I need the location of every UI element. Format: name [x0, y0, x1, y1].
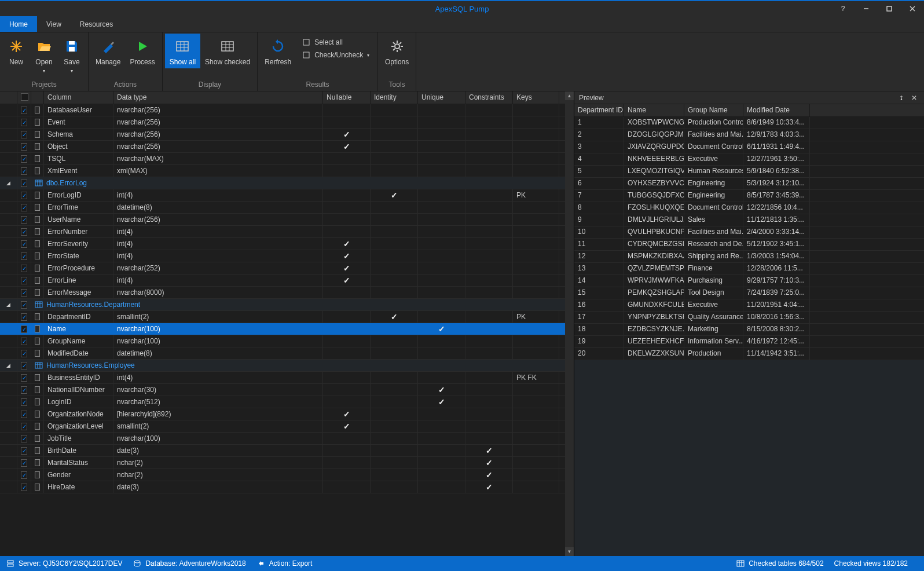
column-row[interactable]: ErrorLineint(4)✓	[0, 274, 574, 287]
checkbox-icon[interactable]	[21, 484, 27, 491]
expand-toggle[interactable]: ◢	[0, 177, 17, 189]
column-row[interactable]: MaritalStatusnchar(2)✓	[0, 457, 574, 469]
scroll-up-icon[interactable]: ▲	[565, 91, 574, 100]
checkbox-icon[interactable]	[21, 338, 27, 345]
column-row[interactable]: UserNamenvarchar(256)	[0, 214, 574, 226]
preview-row[interactable]: 11CYDRQMCBZGSL...Research and De...5/12/…	[574, 239, 924, 251]
showchecked-button[interactable]: Show checked	[200, 34, 255, 68]
header-constraints[interactable]: Constraints	[465, 91, 513, 104]
column-row[interactable]: ErrorLogIDint(4)✓PK	[0, 189, 574, 202]
pin-icon[interactable]	[899, 95, 909, 101]
expand-toggle[interactable]: ◢	[0, 299, 17, 310]
preview-row[interactable]: 3JXIAVZQRGUPDO...Document Control6/11/19…	[574, 141, 924, 153]
preview-row[interactable]: 8FZOSLHKUQXQE...Document Control12/22/18…	[574, 202, 924, 214]
checkbox-icon[interactable]	[21, 435, 27, 442]
checkbox-icon[interactable]	[21, 459, 27, 467]
column-row[interactable]: BirthDatedate(3)✓	[0, 445, 574, 457]
checkbox-icon[interactable]	[21, 180, 27, 187]
checkbox-icon[interactable]	[21, 423, 27, 430]
column-row[interactable]: OrganizationNode[hierarchyid](892)✓	[0, 408, 574, 420]
table-group-row[interactable]: ◢dbo.ErrorLog	[0, 177, 574, 189]
header-column[interactable]: Column	[44, 91, 113, 104]
row-checkbox[interactable]	[17, 129, 31, 140]
showall-button[interactable]: Show all	[165, 34, 200, 68]
preview-row[interactable]: 7TUBGGSQJDFXC...Engineering8/5/1787 3:45…	[574, 190, 924, 202]
row-checkbox[interactable]	[17, 153, 31, 164]
row-checkbox[interactable]	[17, 408, 31, 420]
column-row[interactable]: TSQLnvarchar(MAX)	[0, 153, 574, 165]
checkbox-icon[interactable]	[21, 277, 27, 284]
preview-row[interactable]: 19UEZEEHEEXHCFX...Information Serv...4/1…	[574, 336, 924, 348]
checkbox-icon[interactable]	[21, 325, 27, 333]
checkbox-icon[interactable]	[21, 119, 27, 126]
column-row[interactable]: Schemanvarchar(256)✓	[0, 129, 574, 141]
column-row[interactable]: ErrorTimedatetime(8)	[0, 202, 574, 214]
header-unique[interactable]: Unique	[418, 91, 465, 104]
row-checkbox[interactable]	[17, 116, 31, 128]
column-row[interactable]: BusinessEntityIDint(4)PK FK	[0, 372, 574, 384]
header-keys[interactable]: Keys	[513, 91, 559, 104]
row-checkbox[interactable]	[17, 287, 31, 298]
row-checkbox[interactable]	[17, 262, 31, 274]
checkbox-icon[interactable]	[21, 362, 27, 369]
row-checkbox[interactable]	[17, 481, 31, 493]
row-checkbox[interactable]	[17, 433, 31, 444]
preview-close-icon[interactable]: ✕	[909, 94, 919, 102]
preview-row[interactable]: 13QZVLZPMEMTSP...Finance12/28/2006 11:5.…	[574, 263, 924, 275]
checkuncheck-button[interactable]: Check/Uncheck ▾	[298, 49, 373, 61]
column-row[interactable]: ModifiedDatedatetime(8)	[0, 347, 574, 360]
row-checkbox[interactable]	[17, 250, 31, 262]
row-checkbox[interactable]	[17, 469, 31, 481]
column-row[interactable]: Eventnvarchar(256)	[0, 116, 574, 129]
row-checkbox[interactable]	[17, 238, 31, 250]
header-check[interactable]	[17, 91, 31, 104]
column-row[interactable]: Objectnvarchar(256)✓	[0, 141, 574, 153]
header-identity[interactable]: Identity	[371, 91, 418, 104]
preview-row[interactable]: 2DZOGLGIQGPJMS...Facilities and Mai...12…	[574, 129, 924, 141]
header-expand[interactable]	[0, 91, 17, 104]
preview-row[interactable]: 12MSPMKZKDIBXAJ...Shipping and Re...1/3/…	[574, 251, 924, 263]
open-button[interactable]: Open▾	[30, 34, 58, 76]
expand-toggle[interactable]: ◢	[0, 360, 17, 371]
scroll-down-icon[interactable]: ▼	[565, 547, 574, 556]
close-button[interactable]	[901, 1, 924, 16]
row-checkbox[interactable]	[17, 189, 31, 201]
header-nullable[interactable]: Nullable	[323, 91, 371, 104]
checkbox-icon[interactable]	[21, 471, 27, 479]
row-checkbox[interactable]	[17, 384, 31, 396]
checkbox-icon[interactable]	[21, 107, 27, 114]
column-row[interactable]: HireDatedate(3)✓	[0, 481, 574, 493]
column-row[interactable]: ErrorNumberint(4)	[0, 226, 574, 238]
process-button[interactable]: Process	[125, 34, 159, 68]
checkbox-icon[interactable]	[21, 155, 27, 163]
column-row[interactable]: OrganizationLevelsmallint(2)✓	[0, 420, 574, 433]
preview-row[interactable]: 14WPRVJMWWFKA...Purchasing9/29/1757 7:10…	[574, 275, 924, 287]
row-checkbox[interactable]	[17, 311, 31, 323]
column-row[interactable]: Namenvarchar(100)✓	[0, 323, 574, 335]
checkbox-icon[interactable]	[21, 374, 27, 382]
column-row[interactable]: GroupNamenvarchar(100)	[0, 335, 574, 347]
preview-row[interactable]: 1XOBSTWPWCNG...Production Control8/6/194…	[574, 117, 924, 129]
checkbox-icon[interactable]	[21, 131, 27, 138]
checkbox-icon[interactable]	[21, 398, 27, 406]
preview-row[interactable]: 17YNPNPYZBLKTSR...Quality Assurance10/8/…	[574, 312, 924, 324]
row-checkbox[interactable]	[17, 226, 31, 237]
preview-row[interactable]: 10QVULHPBKUCNP...Facilities and Mai...2/…	[574, 226, 924, 239]
preview-header-id[interactable]: Department ID	[574, 104, 624, 116]
preview-row[interactable]: 6OYHXSEZBYVVC...Engineering5/3/1924 3:12…	[574, 178, 924, 190]
minimize-button[interactable]	[855, 1, 878, 16]
row-checkbox[interactable]	[17, 214, 31, 225]
checkbox-icon[interactable]	[21, 313, 27, 321]
selectall-button[interactable]: Select all	[298, 36, 373, 49]
checkbox-icon[interactable]	[21, 93, 28, 101]
refresh-button[interactable]: Rerfresh	[260, 34, 296, 68]
save-button[interactable]: Save▾	[58, 34, 86, 76]
column-row[interactable]: NationalIDNumbernvarchar(30)✓	[0, 384, 574, 396]
column-row[interactable]: ErrorProcedurenvarchar(252)✓	[0, 262, 574, 274]
preview-row[interactable]: 20DKELWZZXKSUN...Production11/14/1942 3:…	[574, 348, 924, 360]
column-row[interactable]: ErrorStateint(4)✓	[0, 250, 574, 262]
preview-row[interactable]: 4NKHVEEEERBLGL...Executive12/27/1961 3:5…	[574, 153, 924, 166]
row-checkbox[interactable]	[17, 299, 31, 310]
preview-row[interactable]: 16GMUNDXKFCULB...Executive11/20/1951 4:0…	[574, 299, 924, 312]
column-row[interactable]: DatabaseUsernvarchar(256)	[0, 104, 574, 116]
